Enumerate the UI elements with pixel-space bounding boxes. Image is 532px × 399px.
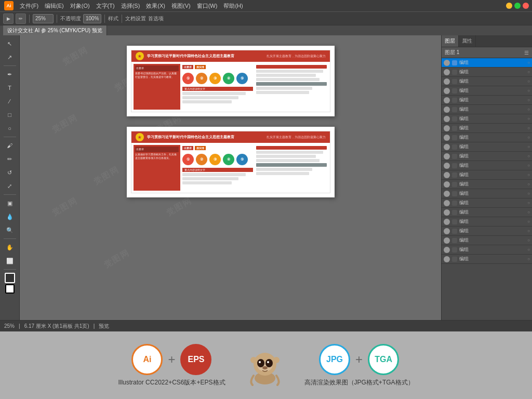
- rotate-tool[interactable]: ↺: [3, 166, 17, 179]
- layer-row-13[interactable]: 编组 ○: [442, 180, 532, 189]
- direct-select-tool[interactable]: ↗: [3, 51, 17, 63]
- layer-name-8: 编组: [459, 134, 525, 141]
- layer-row-0[interactable]: 编组 ○: [442, 58, 532, 68]
- right-tab-properties[interactable]: 属性: [459, 35, 476, 47]
- layer-color-17: [452, 219, 457, 224]
- canvas-area[interactable]: 觉图网 觉图网 觉图网 觉图网 觉图网 觉图网 觉图网 觉图网 觉图网 ★ 学习…: [20, 35, 441, 320]
- line-tool[interactable]: ∕: [3, 95, 17, 108]
- layer-lock-12: ○: [527, 172, 530, 177]
- left-badges: Ai + EPS: [131, 344, 211, 375]
- layer-row-2[interactable]: 编组 ○: [442, 77, 532, 86]
- menu-help[interactable]: 帮助(H): [223, 2, 243, 10]
- layers-header: 图层 1 ☰: [442, 47, 532, 58]
- pencil-tool[interactable]: ✏: [3, 153, 17, 165]
- toolbar-separator: [29, 15, 30, 23]
- pen-tool[interactable]: ✒: [3, 68, 17, 81]
- doc-col-left-2: 出要求 认真做好学习贯彻相关工作，扎实推进主题教育各项工作任务落实。: [134, 145, 180, 191]
- right-format-group: JPG + TGA 高清渲染效果图（JPG格式+TGA格式）: [304, 344, 414, 387]
- svg-point-4: [259, 361, 261, 363]
- minimize-button[interactable]: [506, 3, 512, 9]
- layer-row-12[interactable]: 编组 ○: [442, 170, 532, 180]
- right-badges: JPG + TGA: [319, 344, 399, 375]
- menu-file[interactable]: 文件(F): [20, 2, 38, 10]
- layer-row-20[interactable]: 编组 ○: [442, 245, 532, 255]
- tool-separator-2: [4, 137, 16, 137]
- layers-options[interactable]: ☰: [524, 50, 529, 56]
- doc-header-1: ★ 学习贯彻习近平新时代中国特色社会主义思想主题教育 扎实开展主题教育，为强边固…: [131, 50, 330, 62]
- layer-lock-19: ○: [527, 238, 530, 243]
- layer-color-3: [452, 88, 457, 94]
- menu-effect[interactable]: 效果(X): [146, 2, 165, 10]
- arrow-tool[interactable]: ▶: [3, 14, 14, 24]
- bottom-row-main: Ai + EPS Illustrator CC2022+CS6版本+EPS格式: [118, 344, 414, 387]
- stroke-color[interactable]: [5, 284, 15, 294]
- opacity-input[interactable]: [83, 14, 101, 23]
- scale-tool[interactable]: ⤢: [3, 180, 17, 192]
- layer-eye-0: [444, 60, 450, 66]
- layer-color-1: [452, 70, 457, 75]
- menu-object[interactable]: 对象(O): [70, 2, 90, 10]
- menu-edit[interactable]: 编辑(E): [45, 2, 64, 10]
- brush-tool[interactable]: 🖌: [3, 139, 17, 152]
- svg-point-3: [257, 359, 264, 367]
- ellipse-tool[interactable]: ○: [3, 122, 17, 135]
- menu-window[interactable]: 窗口(W): [197, 2, 218, 10]
- doc-title-1: 学习贯彻习近平新时代中国特色社会主义思想主题教育: [147, 54, 234, 59]
- layer-name-15: 编组: [459, 200, 525, 206]
- zoom-input[interactable]: [33, 14, 54, 23]
- layer-row-14[interactable]: 编组 ○: [442, 189, 532, 198]
- watermark-1: 觉图网: [60, 45, 90, 68]
- zoom-tool[interactable]: 🔍: [3, 224, 17, 236]
- doc-col-main-1: 出要求 摸实情 ① ② ③ ④ ⑤ 重点内容说明文字: [182, 64, 253, 110]
- pen-tool[interactable]: ✏: [16, 14, 26, 24]
- maximize-button[interactable]: [514, 3, 521, 9]
- right-tab-layers[interactable]: 图层: [442, 35, 459, 47]
- layer-name-17: 编组: [459, 218, 525, 225]
- layer-row-4[interactable]: 编组 ○: [442, 96, 532, 105]
- doc-inner-2: ★ 学习贯彻习近平新时代中国特色社会主义思想主题教育 扎实开展主题教育，为强边固…: [131, 131, 330, 193]
- layer-row-15[interactable]: 编组 ○: [442, 198, 532, 208]
- doc-body-2: 出要求 认真做好学习贯彻相关工作，扎实推进主题教育各项工作任务落实。 出要求 摸…: [131, 143, 330, 193]
- menu-select[interactable]: 选择(S): [121, 2, 140, 10]
- badge-eps: EPS: [180, 344, 211, 375]
- layer-row-17[interactable]: 编组 ○: [442, 217, 532, 227]
- hand-tool[interactable]: ✋: [3, 241, 17, 254]
- doc-setup-label[interactable]: 文档设置: [125, 15, 146, 22]
- rect-tool[interactable]: □: [3, 109, 17, 121]
- layer-row-9[interactable]: 编组 ○: [442, 142, 532, 152]
- layer-row-6[interactable]: 编组 ○: [442, 114, 532, 124]
- artboard-tool[interactable]: ⬜: [3, 255, 17, 267]
- layer-row-16[interactable]: 编组 ○: [442, 208, 532, 217]
- layer-row-8[interactable]: 编组 ○: [442, 133, 532, 142]
- layer-eye-5: [444, 107, 450, 113]
- badge-jpg: JPG: [319, 344, 350, 375]
- layer-name-3: 编组: [459, 87, 525, 94]
- gradient-tool[interactable]: ▣: [3, 197, 17, 209]
- layer-row-5[interactable]: 编组 ○: [442, 105, 532, 114]
- menu-view[interactable]: 视图(V): [171, 2, 191, 10]
- window-controls: [506, 3, 529, 9]
- layer-row-3[interactable]: 编组 ○: [442, 86, 532, 96]
- prefs-label[interactable]: 首选项: [148, 15, 164, 22]
- select-tool[interactable]: ↖: [3, 37, 17, 50]
- layer-color-19: [452, 238, 457, 243]
- layer-row-21[interactable]: 编组 ○: [442, 255, 532, 264]
- layer-row-1[interactable]: 编组 ○: [442, 68, 532, 77]
- layer-lock-9: ○: [527, 144, 530, 149]
- layer-row-11[interactable]: 编组 ○: [442, 161, 532, 170]
- eyedropper-tool[interactable]: 💧: [3, 210, 17, 223]
- layer-eye-3: [444, 88, 450, 94]
- watermark-4: 觉图网: [50, 112, 79, 136]
- menu-text[interactable]: 文字(T): [96, 2, 115, 10]
- layer-color-4: [452, 98, 457, 103]
- close-button[interactable]: [523, 3, 529, 9]
- layer-row-18[interactable]: 编组 ○: [442, 227, 532, 236]
- type-tool[interactable]: T: [3, 82, 17, 94]
- layer-row-10[interactable]: 编组 ○: [442, 152, 532, 161]
- fill-color[interactable]: [5, 273, 15, 283]
- layer-row-7[interactable]: 编组 ○: [442, 124, 532, 133]
- tab-main[interactable]: 设计交文社 AI 参 25% (CMYK/CPU) 预览: [3, 25, 107, 36]
- doc-subtitle-2: 扎实开展主题教育，为强边固防凝聚心聚力: [267, 135, 326, 140]
- doc-text-rows-2: 重点内容说明文字: [182, 168, 253, 184]
- layer-row-19[interactable]: 编组 ○: [442, 236, 532, 245]
